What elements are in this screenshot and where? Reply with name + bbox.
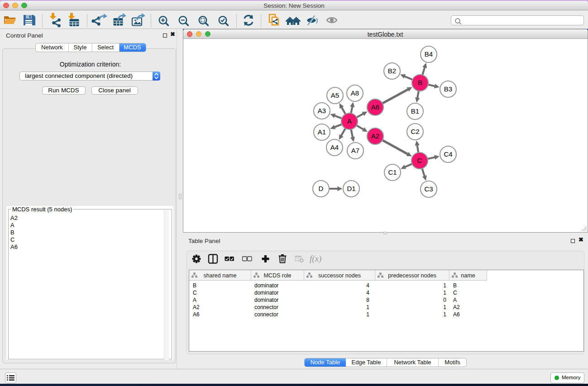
svg-text:D: D [319, 185, 324, 192]
svg-text:A3: A3 [318, 107, 326, 114]
svg-text:B2: B2 [388, 67, 396, 75]
svg-text:A2: A2 [371, 132, 379, 140]
svg-text:D1: D1 [347, 185, 355, 192]
svg-text:A8: A8 [351, 89, 359, 97]
svg-text:A4: A4 [330, 143, 339, 151]
svg-text:B1: B1 [411, 107, 419, 115]
svg-text:C3: C3 [424, 185, 433, 193]
svg-text:A5: A5 [331, 91, 339, 99]
svg-text:C2: C2 [411, 128, 419, 135]
svg-text:B: B [418, 79, 422, 86]
svg-text:A: A [347, 117, 352, 125]
svg-text:B4: B4 [425, 50, 433, 58]
svg-text:A6: A6 [371, 103, 379, 111]
svg-text:A1: A1 [318, 128, 326, 136]
svg-text:C: C [417, 157, 422, 164]
svg-text:C4: C4 [444, 150, 452, 158]
svg-text:C1: C1 [388, 168, 397, 176]
svg-text:A7: A7 [351, 147, 359, 154]
svg-text:B3: B3 [444, 85, 452, 93]
